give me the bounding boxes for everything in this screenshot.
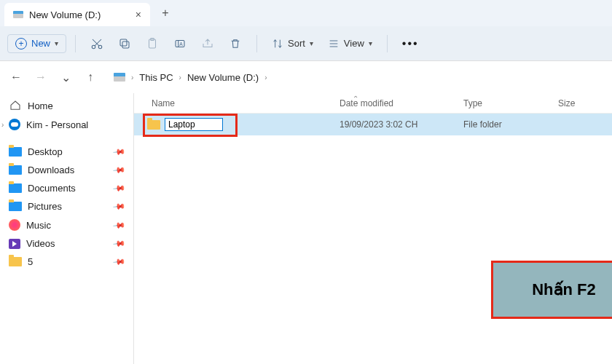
active-tab[interactable]: New Volume (D:) ×	[4, 3, 150, 26]
new-tab-button[interactable]: +	[154, 2, 176, 24]
sidebar-item-5[interactable]: 5 📌	[0, 253, 133, 271]
view-label: View	[344, 38, 364, 49]
sidebar-item-label: Music	[26, 220, 51, 231]
file-list: ⌃ Name Date modified Type Size 19/09/202…	[134, 93, 612, 364]
new-button[interactable]: + New ▾	[7, 34, 66, 53]
sidebar-item-label: Home	[28, 100, 53, 111]
main-area: Home › Kim - Personal Desktop 📌 Download…	[0, 93, 612, 364]
sort-button[interactable]: Sort ▾	[266, 35, 319, 52]
svg-text:A: A	[179, 41, 183, 47]
view-button[interactable]: View ▾	[322, 35, 378, 52]
pictures-icon	[9, 202, 22, 211]
rename-input[interactable]	[165, 118, 223, 131]
pin-icon: 📌	[112, 199, 126, 213]
paste-icon	[140, 33, 165, 55]
drive-icon	[114, 73, 125, 82]
music-icon	[9, 219, 20, 231]
chevron-right-icon: ›	[1, 121, 4, 129]
chevron-down-icon: ▾	[310, 39, 313, 47]
title-bar: New Volume (D:) × +	[0, 0, 612, 26]
desktop-icon	[9, 147, 22, 157]
separator	[256, 35, 257, 52]
sidebar-item-downloads[interactable]: Downloads 📌	[0, 161, 133, 179]
sort-indicator-icon: ⌃	[353, 95, 358, 103]
pin-icon: 📌	[112, 218, 126, 232]
pin-icon: 📌	[112, 163, 126, 177]
sidebar-item-label: Documents	[28, 183, 76, 194]
up-button[interactable]: ↑	[83, 71, 98, 84]
sidebar-item-home[interactable]: Home	[0, 96, 133, 115]
delete-icon[interactable]	[223, 33, 248, 55]
svg-rect-3	[120, 39, 127, 46]
sidebar-item-music[interactable]: Music 📌	[0, 215, 133, 234]
sidebar-item-pictures[interactable]: Pictures 📌	[0, 197, 133, 215]
separator	[75, 35, 76, 52]
nav-bar: ← → ⌄ ↑ › This PC › New Volume (D:) ›	[0, 61, 612, 93]
column-headers: Name Date modified Type Size	[134, 93, 612, 114]
sidebar-item-desktop[interactable]: Desktop 📌	[0, 143, 133, 161]
sidebar-item-label: Kim - Personal	[26, 119, 88, 130]
sidebar-item-videos[interactable]: Videos 📌	[0, 234, 133, 253]
tab-title: New Volume (D:)	[29, 9, 101, 20]
sort-label: Sort	[288, 38, 305, 49]
chevron-right-icon: ›	[263, 74, 268, 82]
share-icon	[195, 33, 220, 55]
cut-icon[interactable]	[85, 33, 109, 55]
close-tab-icon[interactable]: ×	[136, 9, 141, 20]
pin-icon: 📌	[112, 181, 126, 195]
sidebar-item-label: Desktop	[28, 146, 63, 157]
pin-icon: 📌	[112, 255, 126, 269]
breadcrumb-drive[interactable]: New Volume (D:)	[187, 72, 259, 83]
sidebar-item-label: Pictures	[28, 201, 62, 212]
chevron-right-icon: ›	[178, 74, 183, 82]
address-bar[interactable]: › This PC › New Volume (D:) ›	[108, 69, 603, 86]
toolbar: + New ▾ A Sort ▾ View ▾ •••	[0, 26, 612, 61]
sidebar-item-label: Videos	[26, 238, 55, 249]
column-header-type[interactable]: Type	[458, 98, 552, 108]
pin-icon: 📌	[112, 145, 126, 159]
folder-icon	[147, 120, 160, 130]
onedrive-icon	[9, 119, 20, 130]
folder-icon	[9, 257, 22, 266]
pin-icon: 📌	[112, 237, 126, 250]
back-button[interactable]: ←	[9, 71, 23, 84]
copy-icon[interactable]	[112, 33, 137, 55]
chevron-down-icon: ▾	[369, 39, 372, 47]
sidebar-item-label: 5	[28, 256, 33, 267]
separator	[387, 35, 388, 52]
sidebar-item-documents[interactable]: Documents 📌	[0, 179, 133, 197]
callout-text: Nhấn F2	[532, 280, 596, 299]
plus-icon: +	[15, 38, 27, 50]
home-icon	[9, 100, 22, 111]
file-row[interactable]: 19/09/2023 3:02 CH File folder	[134, 114, 612, 135]
cell-date: 19/09/2023 3:02 CH	[334, 119, 458, 130]
column-header-size[interactable]: Size	[552, 98, 612, 108]
documents-icon	[9, 183, 22, 193]
column-header-name[interactable]: Name	[134, 98, 334, 108]
new-label: New	[31, 38, 50, 49]
sidebar-item-personal[interactable]: › Kim - Personal	[0, 115, 133, 134]
chevron-right-icon: ›	[130, 74, 135, 82]
sidebar-item-label: Downloads	[28, 165, 74, 175]
forward-button: →	[34, 71, 48, 84]
videos-icon	[9, 239, 20, 249]
rename-icon[interactable]: A	[168, 33, 192, 55]
breadcrumb-this-pc[interactable]: This PC	[139, 72, 173, 83]
chevron-down-icon: ▾	[55, 39, 58, 47]
downloads-icon	[9, 165, 22, 175]
sidebar: Home › Kim - Personal Desktop 📌 Download…	[0, 93, 134, 364]
svg-rect-2	[122, 41, 129, 48]
annotation-callout: Nhấn F2	[491, 261, 612, 319]
recent-locations-button[interactable]: ⌄	[58, 71, 73, 84]
more-icon[interactable]: •••	[396, 37, 425, 50]
cell-type: File folder	[458, 119, 552, 130]
drive-icon	[13, 11, 23, 18]
